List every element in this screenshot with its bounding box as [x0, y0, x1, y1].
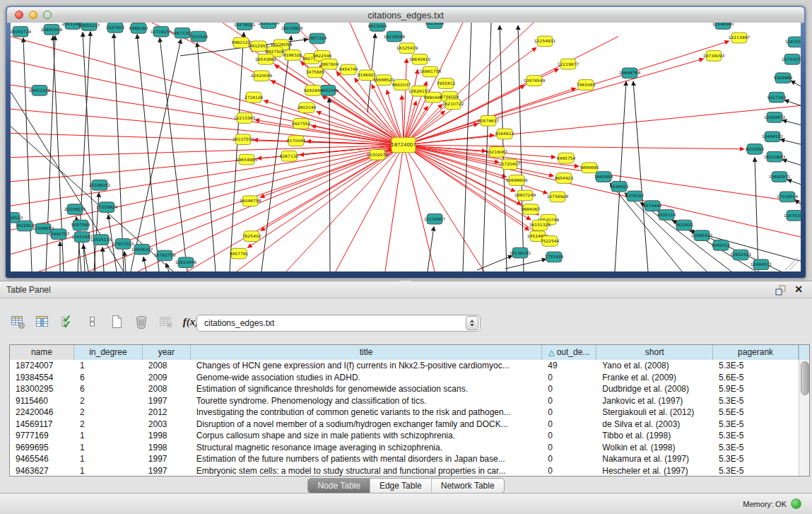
table-row[interactable]: 911546021997Tourette syndrome. Phenomeno…: [10, 395, 799, 407]
graph-edge[interactable]: [237, 145, 404, 271]
network-canvas[interactable]: 2405572420691406230114061065523715276026…: [11, 23, 801, 271]
row-check-icon[interactable]: [58, 313, 76, 331]
graph-edge[interactable]: [385, 145, 404, 271]
graph-node[interactable]: 17359924: [96, 202, 118, 213]
graph-edge[interactable]: [404, 135, 494, 145]
graph-node[interactable]: 19218596: [384, 31, 406, 42]
graph-edge[interactable]: [39, 145, 404, 271]
column-header-year[interactable]: year: [143, 345, 191, 360]
float-panel-icon[interactable]: [774, 284, 787, 296]
graph-edge[interactable]: [11, 145, 404, 158]
graph-node[interactable]: 18807249: [514, 190, 536, 201]
graph-node[interactable]: 8454749: [339, 64, 358, 75]
graph-node[interactable]: 10974637: [478, 116, 500, 127]
graph-edge[interactable]: [780, 139, 801, 144]
graph-node[interactable]: 10688609: [506, 175, 528, 186]
graph-node[interactable]: 6379197: [625, 191, 645, 201]
graph-node[interactable]: 9684067: [522, 204, 541, 215]
graph-node[interactable]: 9457791: [230, 248, 249, 259]
graph-node[interactable]: 10756928: [547, 192, 569, 202]
graph-node[interactable]: 8170044: [287, 136, 306, 146]
graph-edge[interactable]: [336, 145, 404, 271]
graph-node[interactable]: 3915913: [16, 221, 35, 231]
graph-edge[interactable]: [102, 247, 104, 271]
graph-edge[interactable]: [404, 145, 801, 237]
graph-edge[interactable]: [789, 262, 798, 270]
graph-node[interactable]: 1640954: [594, 172, 613, 182]
graph-edge[interactable]: [143, 257, 146, 271]
graph-edge[interactable]: [791, 81, 801, 86]
graph-node[interactable]: 8495754: [557, 153, 576, 163]
graph-edge[interactable]: [114, 34, 124, 271]
graph-edge[interactable]: [633, 81, 648, 271]
graph-node[interactable]: 20206576: [64, 204, 86, 215]
graph-edge[interactable]: [11, 145, 404, 206]
graph-node[interactable]: 11548380: [712, 23, 734, 29]
graph-node[interactable]: 13216087: [486, 147, 508, 158]
graph-node[interactable]: 8186328: [283, 50, 302, 61]
graph-node[interactable]: 8427552: [292, 118, 311, 129]
graph-node[interactable]: 20653319: [29, 85, 51, 95]
new-document-icon[interactable]: [107, 313, 126, 331]
column-header-pagerank[interactable]: pagerank: [713, 345, 799, 360]
graph-node[interactable]: 7955812: [437, 78, 456, 89]
graph-node[interactable]: 9227343: [767, 92, 787, 103]
graph-node[interactable]: 5938923: [610, 181, 629, 192]
graph-node[interactable]: 16033809: [281, 23, 303, 33]
graph-node[interactable]: 15302075: [367, 149, 389, 160]
minimize-window-button[interactable]: [29, 11, 37, 19]
graph-node[interactable]: 10655237: [78, 23, 100, 30]
graph-node[interactable]: 7483083: [577, 80, 596, 90]
close-window-button[interactable]: [15, 11, 23, 19]
graph-node[interactable]: 16961758: [420, 66, 442, 77]
graph-node[interactable]: 12254931: [534, 36, 556, 47]
graph-node[interactable]: 10958167: [131, 244, 153, 255]
graph-edge[interactable]: [518, 25, 524, 271]
graph-node[interactable]: 16543862: [255, 54, 277, 64]
graph-node[interactable]: 17016504: [777, 192, 799, 202]
graph-node[interactable]: 16210722: [442, 99, 464, 110]
table-row[interactable]: 969969511998Structural magnetic resonanc…: [10, 442, 799, 454]
graph-node[interactable]: 9474444: [643, 201, 662, 211]
graph-edge[interactable]: [463, 23, 471, 271]
graph-node[interactable]: 1733426: [545, 252, 564, 262]
graph-node[interactable]: 7515526: [189, 31, 208, 42]
graph-edge[interactable]: [404, 145, 744, 149]
select-column-icon[interactable]: [33, 313, 52, 331]
graph-node[interactable]: 8215955: [746, 144, 765, 155]
graph-edge[interactable]: [187, 145, 404, 271]
graph-node[interactable]: 12444151: [762, 132, 784, 142]
graph-node[interactable]: 9245012: [712, 240, 731, 251]
graph-edge[interactable]: [11, 109, 404, 145]
table-selector-dropdown[interactable]: citations_edges.txt: [196, 315, 481, 332]
column-header-title[interactable]: title: [191, 345, 543, 360]
graph-node[interactable]: 10952422: [730, 250, 752, 260]
column-header-name[interactable]: name: [10, 345, 74, 360]
table-row[interactable]: 946554611997Estimation of the future num…: [10, 453, 799, 465]
graph-node[interactable]: 6466160: [129, 23, 148, 33]
graph-node[interactable]: 7857224: [308, 33, 327, 44]
graph-node[interactable]: 12213383: [234, 113, 256, 124]
graph-node[interactable]: 1527602: [106, 23, 125, 33]
graph-edge[interactable]: [11, 145, 404, 254]
graph-node[interactable]: 16648784: [619, 68, 641, 78]
graph-node[interactable]: 20691406: [41, 24, 63, 35]
memory-status-icon[interactable]: [791, 498, 801, 509]
graph-edge[interactable]: [404, 37, 618, 146]
graph-node[interactable]: 25166051: [89, 180, 111, 190]
graph-node[interactable]: 12213987: [729, 33, 751, 43]
rows-icon[interactable]: [83, 313, 101, 331]
graph-node[interactable]: 16210643: [764, 151, 786, 162]
close-panel-icon[interactable]: ✕: [792, 283, 805, 296]
table-settings-icon[interactable]: [8, 313, 27, 331]
graph-node[interactable]: 9329966: [774, 73, 793, 83]
graph-edge[interactable]: [138, 145, 404, 271]
table-row[interactable]: 946362711997Embryonic stem cells: a mode…: [10, 465, 799, 477]
graph-node[interactable]: 18107554: [233, 134, 254, 145]
graph-edge[interactable]: [610, 183, 682, 271]
graph-node[interactable]: 8267130: [280, 151, 299, 161]
graph-node[interactable]: 10974549: [524, 76, 546, 86]
graph-edge[interactable]: [11, 85, 404, 145]
graph-node[interactable]: 3475685: [306, 67, 325, 78]
graph-node[interactable]: 7522544: [541, 236, 560, 247]
